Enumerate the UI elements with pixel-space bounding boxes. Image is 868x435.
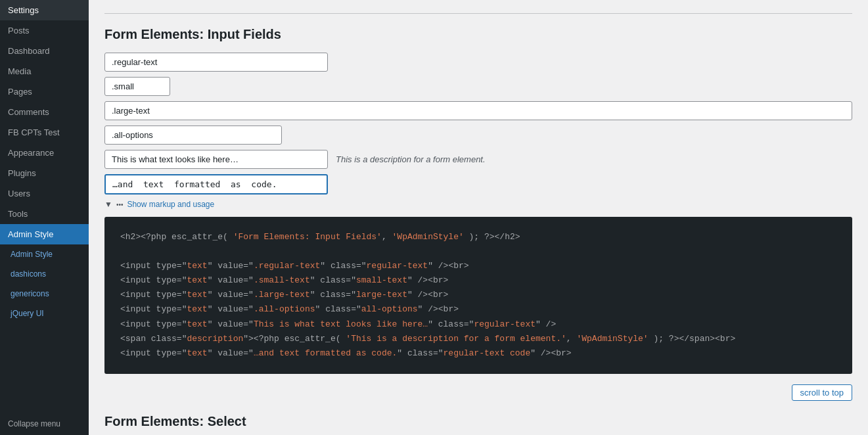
show-markup-label: Show markup and usage: [127, 200, 214, 209]
main-content: Form Elements: Input Fields This is a de…: [89, 0, 868, 435]
input-fields-heading: Form Elements: Input Fields: [104, 27, 852, 42]
sidebar-subitem-admin-style[interactable]: Admin Style: [0, 244, 89, 264]
sidebar-item-posts[interactable]: Posts: [0, 20, 89, 41]
scroll-to-top-button[interactable]: scroll to top: [792, 384, 852, 401]
code-block: <h2><?php esc_attr_e( 'Form Elements: In…: [104, 217, 852, 374]
sidebar-item-dashboard[interactable]: Dashboard: [0, 41, 89, 61]
sidebar-subitem-jquery-ui[interactable]: jQuery UI: [0, 304, 89, 323]
input-description-text: This is a description for a form element…: [336, 154, 486, 164]
code-line-3: <input type="text" value=".small-text" c…: [120, 273, 836, 288]
code-text-input[interactable]: [104, 174, 328, 195]
toggle-dots-icon: •••: [116, 201, 124, 208]
code-line-8: <input type="text" value="…and text form…: [120, 346, 836, 361]
description-text-input[interactable]: [104, 150, 328, 169]
regular-text-input[interactable]: [104, 53, 328, 72]
large-text-input[interactable]: [104, 101, 852, 120]
sidebar-item-tools[interactable]: Tools: [0, 204, 89, 224]
small-text-input[interactable]: [104, 77, 170, 96]
show-markup-toggle[interactable]: ▼ ••• Show markup and usage: [104, 200, 852, 209]
code-line-4: <input type="text" value=".large-text" c…: [120, 288, 836, 302]
sidebar-subitem-genericons[interactable]: genericons: [0, 284, 89, 304]
code-line-2: <input type="text" value=".regular-text"…: [120, 259, 836, 273]
code-line-6: <input type="text" value="This is what t…: [120, 317, 836, 332]
sidebar: Settings Posts Dashboard Media Pages Com…: [0, 0, 89, 435]
sidebar-item-admin-style[interactable]: Admin Style: [0, 224, 89, 244]
code-line-7: <span class="description"><?php esc_attr…: [120, 332, 836, 346]
select-section-heading: Form Elements: Select: [104, 414, 852, 429]
input-with-description-row: This is a description for a form element…: [104, 150, 852, 169]
sidebar-item-media[interactable]: Media: [0, 61, 89, 81]
sidebar-item-fb-cpts-test[interactable]: FB CPTs Test: [0, 122, 89, 143]
sidebar-item-comments[interactable]: Comments: [0, 102, 89, 122]
code-line-blank: [120, 244, 836, 259]
sidebar-item-pages[interactable]: Pages: [0, 81, 89, 102]
scroll-to-top-row: scroll to top: [104, 384, 852, 401]
code-line-5: <input type="text" value=".all-options" …: [120, 302, 836, 317]
sidebar-item-appearance[interactable]: Appearance: [0, 143, 89, 163]
sidebar-subitem-dashicons[interactable]: dashicons: [0, 264, 89, 284]
collapse-menu-button[interactable]: Collapse menu: [0, 413, 89, 435]
toggle-arrow-icon: ▼: [104, 200, 112, 209]
sidebar-item-settings[interactable]: Settings: [0, 0, 89, 20]
sidebar-item-users[interactable]: Users: [0, 183, 89, 204]
top-divider: [104, 13, 852, 14]
all-options-input[interactable]: [104, 126, 282, 145]
code-line-1: <h2><?php esc_attr_e( 'Form Elements: In…: [120, 230, 836, 244]
sidebar-item-plugins[interactable]: Plugins: [0, 163, 89, 183]
